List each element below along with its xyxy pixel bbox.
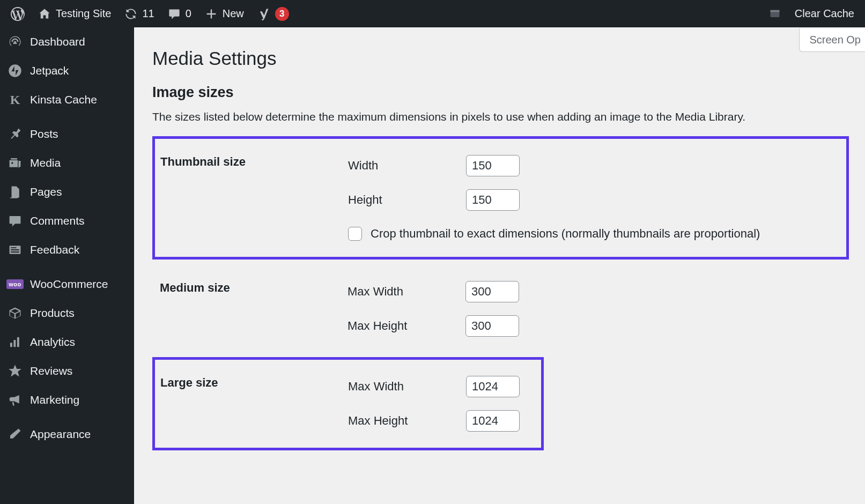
medium-max-height-label: Max Height — [348, 319, 455, 333]
medium-heading: Medium size — [160, 276, 342, 342]
updates-count: 11 — [142, 8, 154, 20]
screen-options-tab[interactable]: Screen Op — [799, 28, 865, 52]
yoast-link[interactable]: 3 — [250, 0, 295, 27]
section-heading: Image sizes — [152, 84, 849, 110]
thumbnail-crop-checkbox[interactable] — [348, 227, 362, 241]
medium-max-width-input[interactable] — [465, 281, 519, 302]
sidebar-item-comments[interactable]: Comments — [0, 206, 134, 235]
thumbnail-heading: Thumbnail size — [160, 150, 343, 246]
comments-icon — [8, 213, 23, 228]
kinsta-icon: K — [8, 92, 23, 107]
large-max-width-input[interactable] — [466, 376, 520, 397]
products-icon — [8, 306, 23, 321]
sidebar-item-feedback[interactable]: Feedback — [0, 235, 134, 264]
large-heading: Large size — [160, 370, 343, 437]
admin-bar: Testing Site 11 0 New 3 Clear Cache — [0, 0, 865, 27]
sidebar-item-dashboard[interactable]: Dashboard — [0, 27, 134, 56]
yoast-icon — [257, 7, 271, 21]
pages-icon — [8, 184, 23, 199]
notifications-link[interactable] — [762, 0, 788, 27]
sidebar-item-marketing[interactable]: Marketing — [0, 386, 134, 414]
media-icon — [8, 155, 23, 171]
thumbnail-size-block: Thumbnail size Width Height Crop thum — [152, 136, 849, 260]
wp-logo[interactable] — [4, 0, 31, 27]
thumbnail-height-label: Height — [348, 193, 455, 207]
sidebar-item-pages[interactable]: Pages — [0, 177, 134, 206]
sidebar-item-reviews[interactable]: Reviews — [0, 357, 134, 386]
sidebar-item-label: Comments — [30, 214, 85, 227]
sidebar-item-appearance[interactable]: Appearance — [0, 420, 134, 449]
thumbnail-width-label: Width — [348, 159, 455, 173]
notification-icon — [768, 7, 782, 21]
sidebar-item-label: Jetpack — [30, 64, 69, 77]
feedback-icon — [8, 242, 23, 257]
large-max-width-label: Max Width — [348, 380, 455, 394]
thumbnail-width-input[interactable] — [466, 155, 520, 176]
sidebar-item-posts[interactable]: Posts — [0, 120, 134, 149]
sidebar-item-kinsta-cache[interactable]: K Kinsta Cache — [0, 85, 134, 114]
svg-rect-7 — [17, 337, 19, 347]
plus-icon — [204, 7, 218, 21]
sidebar-item-label: Dashboard — [30, 35, 85, 48]
sidebar-item-analytics[interactable]: Analytics — [0, 328, 134, 357]
megaphone-icon — [8, 392, 23, 407]
wordpress-icon — [11, 7, 25, 21]
dashboard-icon — [8, 34, 23, 49]
clear-cache-link[interactable]: Clear Cache — [788, 0, 861, 27]
updates-link[interactable]: 11 — [117, 0, 160, 27]
svg-rect-6 — [13, 340, 16, 347]
new-content-link[interactable]: New — [198, 0, 250, 27]
woocommerce-icon: woo — [8, 277, 23, 292]
sidebar-item-label: Feedback — [30, 243, 79, 256]
site-name-link[interactable]: Testing Site — [31, 0, 117, 27]
analytics-icon — [8, 335, 23, 350]
jetpack-icon — [8, 63, 23, 78]
pin-icon — [8, 127, 23, 142]
section-description: The sizes listed below determine the max… — [152, 110, 849, 136]
site-name-label: Testing Site — [56, 8, 111, 20]
update-icon — [124, 7, 138, 21]
medium-size-block: Medium size Max Width Max Height — [152, 265, 849, 347]
yoast-badge: 3 — [275, 7, 289, 21]
large-max-height-label: Max Height — [348, 414, 455, 428]
sidebar-item-label: Reviews — [30, 365, 72, 377]
sidebar-item-label: Appearance — [30, 428, 91, 441]
svg-point-3 — [11, 162, 13, 164]
comment-icon — [167, 7, 181, 21]
sidebar-item-label: Products — [30, 307, 75, 320]
medium-max-width-label: Max Width — [348, 285, 455, 299]
sidebar-item-woocommerce[interactable]: woo WooCommerce — [0, 270, 134, 299]
screen-options-label: Screen Op — [809, 34, 861, 46]
sidebar-item-label: Posts — [30, 128, 58, 140]
sidebar-item-label: Marketing — [30, 394, 79, 406]
sidebar-item-jetpack[interactable]: Jetpack — [0, 56, 134, 85]
home-icon — [38, 7, 51, 21]
sidebar-item-media[interactable]: Media — [0, 149, 134, 177]
content-area: Screen Op Media Settings Image sizes The… — [134, 27, 865, 504]
medium-max-height-input[interactable] — [465, 315, 519, 337]
new-label: New — [223, 8, 244, 20]
sidebar-item-label: Kinsta Cache — [30, 93, 97, 106]
clear-cache-label: Clear Cache — [795, 8, 854, 20]
large-max-height-input[interactable] — [466, 410, 520, 432]
sidebar-item-label: WooCommerce — [30, 278, 108, 291]
svg-rect-5 — [10, 343, 12, 347]
thumbnail-height-input[interactable] — [466, 189, 520, 211]
sidebar-item-label: Media — [30, 157, 61, 169]
svg-rect-1 — [770, 10, 779, 12]
large-size-block: Large size Max Width Max Height — [152, 357, 544, 450]
sidebar-item-label: Analytics — [30, 336, 75, 349]
svg-point-2 — [9, 64, 21, 77]
star-icon — [8, 364, 23, 379]
sidebar-item-label: Pages — [30, 186, 62, 198]
comments-link[interactable]: 0 — [161, 0, 198, 27]
page-title: Media Settings — [152, 27, 849, 84]
admin-sidebar: Dashboard Jetpack K Kinsta Cache Posts M… — [0, 27, 134, 504]
thumbnail-crop-label: Crop thumbnail to exact dimensions (norm… — [371, 227, 760, 241]
sidebar-item-products[interactable]: Products — [0, 299, 134, 328]
comments-count: 0 — [186, 8, 191, 20]
appearance-icon — [8, 427, 23, 442]
